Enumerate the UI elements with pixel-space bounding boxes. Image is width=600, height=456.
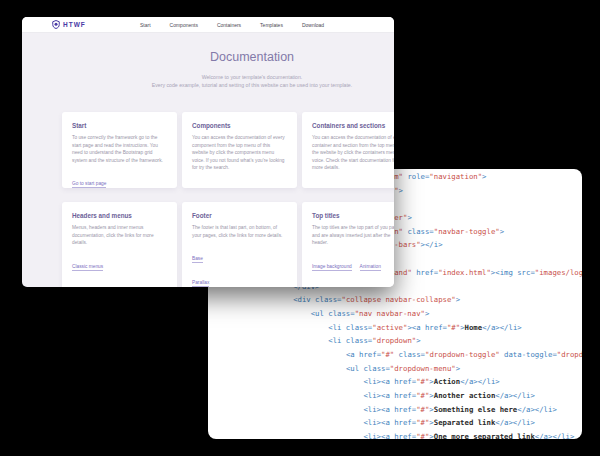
doc-cards-grid: StartTo use correctly the framework go t… (62, 112, 394, 287)
code-line: <li><a href="#">Action</a></li> (258, 375, 582, 389)
desktop-background: HTWF StartComponentsContainersTemplatesD… (0, 0, 600, 456)
code-line: <ul class="dropdown-menu"> (258, 362, 582, 376)
card-link-column: Base (360, 278, 395, 287)
card-description: To use correctly the framework go to the… (72, 134, 167, 164)
doc-card-footer: FooterThe footer is that last part, on b… (182, 202, 297, 287)
card-link-row: Slider backgroundBase (312, 278, 394, 287)
card-link-row: Show the menu (312, 179, 394, 188)
card-link-image-background[interactable]: Image background (312, 264, 352, 271)
page-title: Documentation (132, 50, 372, 64)
doc-card-start: StartTo use correctly the framework go t… (62, 112, 177, 188)
page-subtitle-line1: Welcome to your template's documentation… (132, 73, 372, 81)
nav-item-download[interactable]: Download (302, 22, 324, 28)
card-link-column: Parallax (192, 270, 249, 287)
card-link-row: Image backgroundAnimation (312, 254, 394, 272)
code-line: <ul class="nav navbar-nav"> (258, 307, 582, 321)
site-navbar: HTWF StartComponentsContainersTemplatesD… (22, 17, 394, 33)
hero-section: Documentation Welcome to your template's… (132, 50, 372, 89)
card-link-row: Side menus (72, 278, 167, 287)
card-link-column: Slider background (312, 278, 360, 287)
card-link-row: Parallax (192, 270, 287, 287)
card-link-row: Go to start page (72, 171, 167, 188)
code-line: <li class="active"><a href="#">Home</a><… (258, 321, 582, 335)
card-title: Footer (192, 212, 287, 219)
card-link-row: Classic menus (72, 254, 167, 272)
navbar-menu: StartComponentsContainersTemplatesDownlo… (140, 17, 324, 32)
card-link-column: Show the menu (312, 179, 369, 188)
code-line: <li class="dropdown"> (258, 334, 582, 348)
nav-item-components[interactable]: Components (170, 22, 198, 28)
card-title: Start (72, 122, 167, 129)
code-line: <li><a href="#">Separated link</a></li> (258, 416, 582, 430)
card-link-column: Image background (312, 254, 360, 272)
card-description: You can access the documentation of ever… (312, 134, 394, 172)
card-link-classic-menus[interactable]: Classic menus (72, 264, 103, 271)
card-description: The footer is that last part, on bottom,… (192, 224, 287, 239)
code-line: <li><a href="#">One more separated link<… (258, 430, 582, 439)
card-description: You can access the documentation of ever… (192, 134, 287, 172)
card-link-column: Show the menu (192, 179, 249, 188)
card-description: The top titles are the top part of you p… (312, 224, 394, 247)
card-title: Top titles (312, 212, 394, 219)
documentation-page-window: HTWF StartComponentsContainersTemplatesD… (22, 17, 394, 287)
doc-card-components: ComponentsYou can access the documentati… (182, 112, 297, 188)
doc-card-containers-and-sections: Containers and sectionsYou can access th… (302, 112, 394, 188)
card-link-column: Animation (360, 254, 395, 272)
doc-card-headers-and-menus: Headers and menusMenus, headers and inne… (62, 202, 177, 287)
card-description: Menus, headers and inner menus documenta… (72, 224, 167, 247)
card-link-row: Base (192, 246, 287, 264)
card-link-column: Go to start page (72, 171, 129, 188)
card-link-column: Base (192, 246, 249, 264)
card-link-column: Classic menus (72, 254, 129, 272)
card-link-row: Show the menu (192, 179, 287, 188)
code-line: <a href="#" class="dropdown-toggle" data… (258, 348, 582, 362)
card-link-column: Side menus (72, 278, 129, 287)
card-link-animation[interactable]: Animation (360, 264, 381, 271)
brand-logo[interactable]: HTWF (52, 20, 86, 29)
card-link-go-to-start-page[interactable]: Go to start page (72, 181, 106, 188)
code-line: <li><a href="#">Another action</a></li> (258, 389, 582, 403)
brand-name: HTWF (63, 21, 86, 28)
card-title: Containers and sections (312, 122, 394, 129)
code-line: <div class="collapse navbar-collapse"> (258, 293, 582, 307)
nav-item-containers[interactable]: Containers (217, 22, 241, 28)
shield-badge-icon (52, 20, 60, 29)
card-title: Components (192, 122, 287, 129)
card-link-parallax[interactable]: Parallax (192, 280, 209, 287)
page-subtitle-line2: Every code example, tutorial and setting… (132, 81, 372, 89)
nav-item-start[interactable]: Start (140, 22, 151, 28)
nav-item-templates[interactable]: Templates (260, 22, 283, 28)
doc-card-top-titles: Top titlesThe top titles are the top par… (302, 202, 394, 287)
card-title: Headers and menus (72, 212, 167, 219)
card-link-base[interactable]: Base (192, 256, 203, 263)
code-line: <li><a href="#">Something else here</a><… (258, 403, 582, 417)
